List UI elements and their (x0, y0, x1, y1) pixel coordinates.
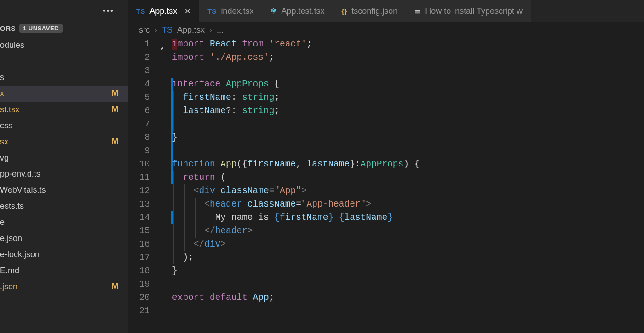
code-line[interactable]: </div> (172, 238, 644, 251)
breadcrumb-part[interactable]: src (139, 25, 150, 35)
code-line[interactable]: interface AppProps { (172, 78, 644, 91)
open-editors-label: ORS (0, 24, 16, 32)
explorer-item[interactable]: WebVitals.ts (0, 182, 128, 198)
open-editors-header[interactable]: ORS 1 UNSAVED (0, 22, 128, 34)
explorer-item-label: WebVitals.ts (0, 185, 46, 195)
explorer-item[interactable]: E.md (0, 263, 128, 279)
code-line[interactable]: } (172, 131, 644, 144)
explorer-item-label: sx (0, 137, 8, 147)
explorer-item-label: .json (0, 282, 17, 292)
code-line[interactable]: return ( (172, 171, 644, 184)
explorer-item[interactable]: vg (0, 150, 128, 166)
explorer-item[interactable]: s (0, 69, 128, 86)
chevron-right-icon: › (209, 25, 212, 35)
code-line[interactable]: export default App; (172, 291, 644, 304)
tab-bar: TSApp.tsx✕TSindex.tsx⚛App.test.tsx{}tsco… (128, 0, 644, 22)
code-line[interactable]: function App({firstName, lastName}:AppPr… (172, 158, 644, 171)
fold-gutter: ⌄⌄⌄⌄⌄ (160, 38, 172, 333)
explorer-item[interactable]: st.tsxM (0, 102, 128, 118)
tab-label: index.tsx (221, 6, 253, 16)
git-modified-icon: M (110, 282, 120, 292)
explorer-item-label: vg (0, 153, 9, 163)
explorer-item[interactable] (0, 53, 128, 69)
code-area[interactable]: 123456789101112131415161718192021 ⌄⌄⌄⌄⌄ … (128, 38, 644, 333)
tab-label: tsconfig.json (351, 6, 397, 16)
line-number: 7 (128, 118, 150, 131)
explorer-item-label: st.tsx (0, 105, 19, 115)
tab-label: App.test.tsx (281, 6, 324, 16)
explorer-item[interactable]: pp-env.d.ts (0, 166, 128, 182)
code-line[interactable] (172, 64, 644, 78)
explorer-item-label: ests.ts (0, 201, 24, 211)
unsaved-badge: 1 UNSAVED (19, 24, 63, 33)
explorer-item[interactable]: xM (0, 86, 128, 102)
line-number: 10 (128, 158, 150, 171)
code-line[interactable]: My name is {firstName} {lastName} (172, 211, 644, 224)
ts-icon: TS (207, 7, 216, 15)
line-number: 2 (128, 51, 150, 64)
line-number: 21 (128, 304, 150, 318)
code-line[interactable]: import './App.css'; (172, 51, 644, 64)
sidebar: ••• ORS 1 UNSAVED odulessxMst.tsxMcsssxM… (0, 0, 128, 333)
breadcrumb-part[interactable]: App.tsx (177, 25, 205, 35)
line-number: 19 (128, 278, 150, 291)
code-line[interactable]: </header> (172, 224, 644, 238)
app-root: ••• ORS 1 UNSAVED odulessxMst.tsxMcsssxM… (0, 0, 644, 333)
code-line[interactable]: } (172, 264, 644, 278)
line-number: 3 (128, 64, 150, 78)
json-icon: {} (341, 7, 347, 15)
close-icon[interactable]: ✕ (184, 7, 190, 16)
line-number: 4 (128, 78, 150, 91)
typescript-icon: TS (162, 25, 172, 35)
code-line[interactable] (172, 304, 644, 318)
txt-icon: ≣ (414, 7, 420, 15)
explorer-item-label: s (0, 73, 4, 82)
change-indicator (171, 118, 173, 131)
code-line[interactable] (172, 144, 644, 158)
explorer-item[interactable]: odules (0, 37, 128, 53)
code-line[interactable] (172, 278, 644, 291)
explorer-item[interactable]: .jsonM (0, 279, 128, 295)
editor-tab[interactable]: TSApp.tsx✕ (128, 0, 199, 22)
line-number: 12 (128, 184, 150, 198)
editor-tab[interactable]: ⚛App.test.tsx (262, 0, 333, 22)
explorer-item-label: css (0, 121, 12, 131)
code-content[interactable]: import React from 'react';import './App.… (172, 38, 644, 333)
explorer-item[interactable]: css (0, 118, 128, 134)
line-number: 11 (128, 171, 150, 184)
code-line[interactable]: lastName?: string; (172, 104, 644, 118)
explorer-list: odulessxMst.tsxMcsssxMvgpp-env.d.tsWebVi… (0, 37, 128, 295)
code-line[interactable]: import React from 'react'; (172, 38, 644, 51)
line-number: 5 (128, 91, 150, 104)
code-line[interactable] (172, 118, 644, 131)
editor-tab[interactable]: TSindex.tsx (199, 0, 262, 22)
git-modified-icon: M (110, 105, 120, 115)
line-number: 8 (128, 131, 150, 144)
chevron-right-icon: › (155, 25, 157, 35)
code-line[interactable]: <header className="App-header"> (172, 198, 644, 211)
explorer-item[interactable]: e.json (0, 230, 128, 247)
line-number: 15 (128, 224, 150, 238)
fold-chevron-icon[interactable]: ⌄ (160, 40, 164, 54)
explorer-item[interactable]: e (0, 214, 128, 230)
line-number: 13 (128, 198, 150, 211)
editor-tab[interactable]: ≣How to install Typescript w (406, 0, 531, 22)
line-number-gutter: 123456789101112131415161718192021 (128, 38, 160, 333)
breadcrumb[interactable]: src › TS App.tsx › ... (128, 22, 644, 38)
editor-tab[interactable]: {}tsconfig.json (333, 0, 406, 22)
breadcrumb-part[interactable]: ... (217, 25, 224, 35)
explorer-item-label: odules (0, 40, 24, 50)
explorer-item-label: e-lock.json (0, 250, 40, 259)
ts-icon: TS (136, 7, 145, 15)
line-number: 14 (128, 211, 150, 224)
more-icon[interactable]: ••• (103, 6, 114, 16)
line-number: 9 (128, 144, 150, 158)
git-modified-icon: M (110, 137, 120, 147)
explorer-item[interactable]: ests.ts (0, 198, 128, 214)
code-line[interactable]: ); (172, 251, 644, 264)
explorer-item[interactable]: sxM (0, 134, 128, 150)
explorer-item[interactable]: e-lock.json (0, 247, 128, 263)
code-line[interactable]: firstName: string; (172, 91, 644, 104)
explorer-item-label: pp-env.d.ts (0, 169, 40, 179)
code-line[interactable]: <div className="App"> (172, 184, 644, 198)
